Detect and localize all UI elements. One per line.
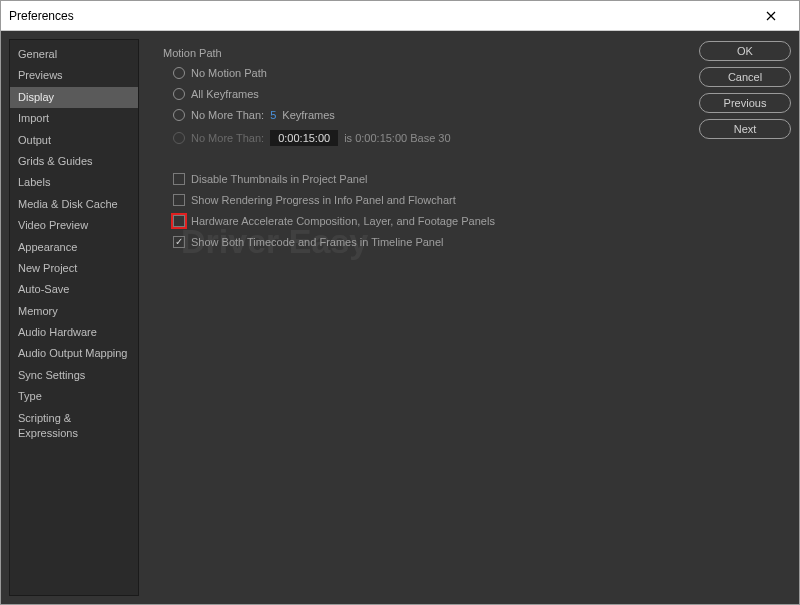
sidebar-item-label: Import xyxy=(18,112,49,124)
radio-all-keyframes[interactable] xyxy=(173,88,185,100)
settings-panel: Motion Path No Motion Path All Keyframes… xyxy=(147,39,691,596)
radio-no-motion-path[interactable] xyxy=(173,67,185,79)
radio-no-more-than-keyframes[interactable] xyxy=(173,109,185,121)
sidebar-item-label: Memory xyxy=(18,305,58,317)
check-row-show-rendering-progress: Show Rendering Progress in Info Panel an… xyxy=(173,194,691,206)
close-icon xyxy=(766,11,776,21)
timecode-input[interactable]: 0:00:15:00 xyxy=(270,130,338,146)
next-button[interactable]: Next xyxy=(699,119,791,139)
close-button[interactable] xyxy=(751,2,791,30)
keyframes-suffix: Keyframes xyxy=(282,109,335,121)
sidebar-item-audio-hardware[interactable]: Audio Hardware xyxy=(10,322,138,343)
sidebar-item-memory[interactable]: Memory xyxy=(10,301,138,322)
sidebar-item-video-preview[interactable]: Video Preview xyxy=(10,215,138,236)
sidebar-item-grids-guides[interactable]: Grids & Guides xyxy=(10,151,138,172)
radio-row-all-keyframes: All Keyframes xyxy=(173,88,691,100)
checkbox-hardware-accelerate[interactable] xyxy=(173,215,185,227)
sidebar-item-appearance[interactable]: Appearance xyxy=(10,237,138,258)
previous-button[interactable]: Previous xyxy=(699,93,791,113)
preferences-window: Preferences Driver Easy General Previews… xyxy=(0,0,800,605)
sidebar-item-label: Previews xyxy=(18,69,63,81)
checkbox-label: Hardware Accelerate Composition, Layer, … xyxy=(191,215,495,227)
radio-row-no-more-than-keyframes: No More Than: 5 Keyframes xyxy=(173,109,691,121)
window-title: Preferences xyxy=(9,9,751,23)
radio-row-no-more-than-time: No More Than: 0:00:15:00 is 0:00:15:00 B… xyxy=(173,130,691,146)
radio-no-more-than-time[interactable] xyxy=(173,132,185,144)
cancel-button[interactable]: Cancel xyxy=(699,67,791,87)
check-row-disable-thumbnails: Disable Thumbnails in Project Panel xyxy=(173,173,691,185)
check-row-show-both-timecode: Show Both Timecode and Frames in Timelin… xyxy=(173,236,691,248)
sidebar-item-label: Video Preview xyxy=(18,219,88,231)
dialog-content: Driver Easy General Previews Display Imp… xyxy=(1,31,799,604)
sidebar-item-label: Appearance xyxy=(18,241,77,253)
keyframes-value[interactable]: 5 xyxy=(270,109,276,121)
sidebar-item-label: General xyxy=(18,48,57,60)
radio-row-no-motion-path: No Motion Path xyxy=(173,67,691,79)
sidebar-item-media-disk-cache[interactable]: Media & Disk Cache xyxy=(10,194,138,215)
checkbox-show-both-timecode[interactable] xyxy=(173,236,185,248)
sidebar-item-type[interactable]: Type xyxy=(10,386,138,407)
radio-label: No Motion Path xyxy=(191,67,267,79)
sidebar-item-output[interactable]: Output xyxy=(10,130,138,151)
sidebar-item-label: Sync Settings xyxy=(18,369,85,381)
sidebar-item-label: Scripting & Expressions xyxy=(18,412,78,439)
sidebar-item-auto-save[interactable]: Auto-Save xyxy=(10,279,138,300)
sidebar-item-audio-output-mapping[interactable]: Audio Output Mapping xyxy=(10,343,138,364)
sidebar-item-label: Grids & Guides xyxy=(18,155,93,167)
checkbox-show-rendering-progress[interactable] xyxy=(173,194,185,206)
category-sidebar: General Previews Display Import Output G… xyxy=(9,39,139,596)
sidebar-item-label: Audio Hardware xyxy=(18,326,97,338)
checkbox-label: Disable Thumbnails in Project Panel xyxy=(191,173,368,185)
sidebar-item-label: Media & Disk Cache xyxy=(18,198,118,210)
sidebar-item-sync-settings[interactable]: Sync Settings xyxy=(10,365,138,386)
check-row-hardware-accelerate: Hardware Accelerate Composition, Layer, … xyxy=(173,215,691,227)
ok-button[interactable]: OK xyxy=(699,41,791,61)
sidebar-item-scripting-expressions[interactable]: Scripting & Expressions xyxy=(10,408,138,445)
sidebar-item-label: Audio Output Mapping xyxy=(18,347,127,359)
checkbox-label: Show Rendering Progress in Info Panel an… xyxy=(191,194,456,206)
motion-path-group-label: Motion Path xyxy=(163,47,691,59)
radio-label: All Keyframes xyxy=(191,88,259,100)
sidebar-item-label: Display xyxy=(18,91,54,103)
sidebar-item-display[interactable]: Display xyxy=(10,87,138,108)
sidebar-item-labels[interactable]: Labels xyxy=(10,172,138,193)
titlebar: Preferences xyxy=(1,1,799,31)
sidebar-item-label: Output xyxy=(18,134,51,146)
sidebar-item-label: Auto-Save xyxy=(18,283,69,295)
dialog-buttons: OK Cancel Previous Next xyxy=(699,39,791,596)
radio-label: No More Than: xyxy=(191,109,264,121)
sidebar-item-previews[interactable]: Previews xyxy=(10,65,138,86)
checkbox-label: Show Both Timecode and Frames in Timelin… xyxy=(191,236,444,248)
sidebar-item-new-project[interactable]: New Project xyxy=(10,258,138,279)
checkbox-disable-thumbnails[interactable] xyxy=(173,173,185,185)
sidebar-item-import[interactable]: Import xyxy=(10,108,138,129)
radio-label: No More Than: xyxy=(191,132,264,144)
sidebar-item-label: Type xyxy=(18,390,42,402)
sidebar-item-label: New Project xyxy=(18,262,77,274)
sidebar-item-general[interactable]: General xyxy=(10,44,138,65)
timecode-info: is 0:00:15:00 Base 30 xyxy=(344,132,450,144)
sidebar-item-label: Labels xyxy=(18,176,50,188)
